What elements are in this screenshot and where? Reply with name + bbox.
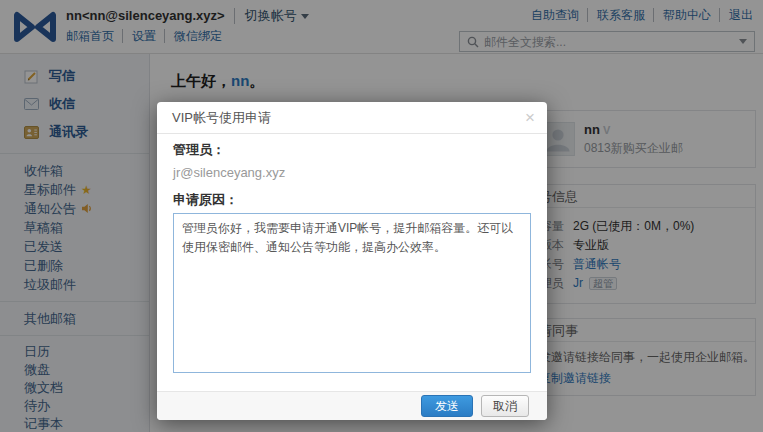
dialog-title: VIP帐号使用申请 [157,102,547,134]
reason-textarea[interactable]: 管理员你好，我需要申请开通VIP帐号，提升邮箱容量。还可以使用保密邮件、通知公告… [173,213,531,373]
cancel-button[interactable]: 取消 [481,395,529,417]
close-icon[interactable]: × [525,108,535,128]
admin-label: 管理员： [173,142,531,157]
exmail-app: nn<nn@silenceyang.xyz>切换帐号 邮箱首页设置微信绑定 自助… [0,0,763,432]
admin-email: jr@silenceyang.xyz [173,165,531,180]
send-button[interactable]: 发送 [421,395,473,417]
dialog-footer: 发送 取消 [157,391,547,420]
vip-request-dialog: VIP帐号使用申请 × 管理员： jr@silenceyang.xyz 申请原因… [157,102,547,420]
reason-label: 申请原因： [173,192,531,207]
